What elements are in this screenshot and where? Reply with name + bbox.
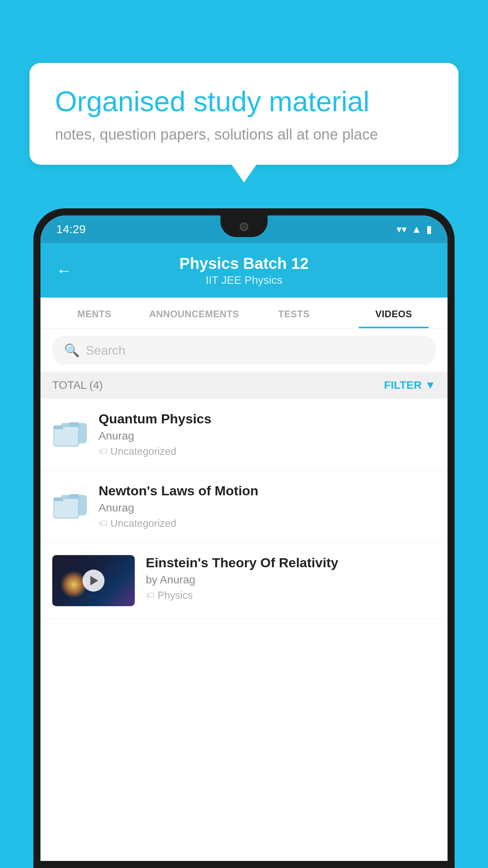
item-author: Anurag (99, 502, 436, 514)
header-subtitle: IIT JEE Physics (84, 274, 404, 287)
folder-icon-quantum (52, 413, 88, 449)
item-info-einstein: Einstein's Theory Of Relativity by Anura… (146, 555, 436, 601)
list-item[interactable]: Einstein's Theory Of Relativity by Anura… (40, 542, 448, 619)
video-thumbnail-einstein (52, 555, 135, 606)
header-title: Physics Batch 12 (84, 255, 404, 272)
filter-bar: TOTAL (4) FILTER ▼ (40, 372, 448, 399)
folder-icon-newton (52, 485, 88, 520)
item-author: by Anurag (146, 574, 436, 586)
status-icons: ▾▾ ▲ ▮ (396, 223, 432, 235)
status-time: 14:29 (56, 223, 86, 236)
phone-screen: 14:29 ▾▾ ▲ ▮ ← Physics Batch 12 IIT JEE … (40, 215, 448, 861)
filter-icon: ▼ (425, 379, 436, 392)
item-info-quantum: Quantum Physics Anurag 🏷 Uncategorized (99, 411, 436, 458)
item-tag: 🏷 Uncategorized (99, 517, 436, 530)
item-tag: 🏷 Uncategorized (99, 445, 436, 458)
search-container: 🔍 Search (40, 329, 448, 372)
notch (220, 215, 268, 237)
tab-bar: MENTS ANNOUNCEMENTS TESTS VIDEOS (40, 298, 448, 329)
back-button[interactable]: ← (56, 262, 72, 280)
item-author: Anurag (99, 430, 436, 442)
status-bar: 14:29 ▾▾ ▲ ▮ (40, 215, 448, 243)
video-list: Quantum Physics Anurag 🏷 Uncategorized (40, 399, 448, 619)
list-item[interactable]: Quantum Physics Anurag 🏷 Uncategorized (40, 399, 448, 471)
item-title: Quantum Physics (99, 411, 436, 427)
app-header: ← Physics Batch 12 IIT JEE Physics (40, 243, 448, 298)
play-button[interactable] (83, 570, 105, 592)
tab-announcements[interactable]: ANNOUNCEMENTS (144, 298, 244, 328)
speech-bubble: Organised study material notes, question… (29, 63, 459, 165)
bubble-title: Organised study material (55, 85, 433, 118)
tab-ments[interactable]: MENTS (44, 298, 144, 328)
tab-tests[interactable]: TESTS (244, 298, 344, 328)
item-title: Newton's Laws of Motion (99, 483, 436, 498)
search-icon: 🔍 (64, 343, 80, 358)
filter-button[interactable]: FILTER ▼ (384, 379, 436, 392)
tab-videos[interactable]: VIDEOS (344, 298, 444, 328)
item-title: Einstein's Theory Of Relativity (146, 555, 436, 570)
item-tag: 🏷 Physics (146, 589, 436, 601)
item-info-newton: Newton's Laws of Motion Anurag 🏷 Uncateg… (99, 483, 436, 530)
battery-icon: ▮ (426, 223, 432, 235)
tag-icon: 🏷 (99, 519, 107, 529)
list-item[interactable]: Newton's Laws of Motion Anurag 🏷 Uncateg… (40, 471, 448, 542)
search-input[interactable]: Search (86, 343, 125, 358)
tag-icon: 🏷 (146, 590, 154, 601)
bubble-subtitle: notes, question papers, solutions all at… (55, 126, 433, 143)
camera-notch (240, 223, 248, 231)
phone-mockup: 14:29 ▾▾ ▲ ▮ ← Physics Batch 12 IIT JEE … (33, 208, 455, 868)
total-count: TOTAL (4) (52, 379, 103, 392)
wifi-icon: ▾▾ (396, 223, 407, 235)
header-center: Physics Batch 12 IIT JEE Physics (84, 255, 404, 287)
signal-icon: ▲ (411, 223, 422, 235)
search-box[interactable]: 🔍 Search (52, 336, 436, 365)
play-icon (90, 576, 98, 585)
tag-icon: 🏷 (99, 447, 107, 457)
